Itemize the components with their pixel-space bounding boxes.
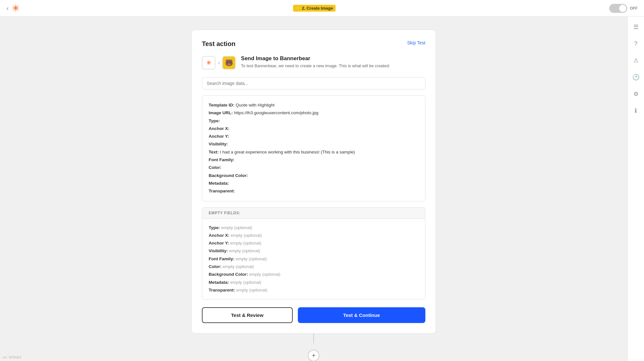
data-field-row: Font Family: bbox=[209, 156, 419, 164]
data-field-row: Anchor X: bbox=[209, 125, 419, 133]
empty-fields-section: EMPTY FIELDS: Type: empty (optional)Anch… bbox=[202, 207, 425, 300]
add-step-button[interactable]: + bbox=[308, 350, 319, 361]
settings-icon[interactable]: ⚙ bbox=[631, 89, 641, 99]
back-button[interactable]: ‹ bbox=[6, 5, 9, 12]
action-header: ✳ › 🐻 Send Image to Bannerbear To test B… bbox=[202, 55, 425, 69]
toggle-switch[interactable] bbox=[609, 4, 627, 13]
version-label: ver. faf36db3 bbox=[3, 356, 21, 359]
info-icon[interactable]: ℹ bbox=[631, 106, 641, 116]
data-field-row: Text: I had a great experience working w… bbox=[209, 148, 419, 156]
data-field-row: Anchor Y: bbox=[209, 133, 419, 140]
step-badge-icon: ⚡ bbox=[296, 6, 301, 11]
header-left: ‹ ✳ bbox=[6, 3, 19, 14]
empty-field-row: Anchor X: empty (optional) bbox=[209, 232, 419, 239]
test-continue-button[interactable]: Test & Continue bbox=[298, 307, 425, 323]
menu-icon[interactable]: ☰ bbox=[631, 22, 641, 32]
empty-section-header: EMPTY FIELDS: bbox=[202, 208, 425, 219]
data-field-row: Image URL: https://lh3.googleusercontent… bbox=[209, 109, 419, 117]
right-sidebar: ☰ ? ⚠ 🕐 ⚙ ℹ bbox=[627, 17, 644, 361]
action-heading: Send Image to Bannerbear bbox=[241, 55, 390, 62]
empty-field-row: Font Family: empty (optional) bbox=[209, 255, 419, 263]
arrow-separator: › bbox=[218, 60, 220, 66]
empty-field-row: Background Color: empty (optional) bbox=[209, 271, 419, 278]
toggle-container: OFF bbox=[609, 4, 638, 13]
header: ‹ ✳ ⚡ 2. Create Image OFF bbox=[0, 0, 644, 17]
card-title: Test action bbox=[202, 40, 425, 48]
data-field-row: Template ID: Quote with Highlight bbox=[209, 101, 419, 109]
test-action-card: Test action Skip Test ✳ › 🐻 Send Image t… bbox=[191, 30, 436, 334]
data-field-row: Type: bbox=[209, 117, 419, 125]
header-center: ⚡ 2. Create Image bbox=[293, 5, 336, 12]
empty-field-row: Visibility: empty (optional) bbox=[209, 247, 419, 255]
data-field-row: Metadata: bbox=[209, 180, 419, 187]
connector-line bbox=[313, 334, 314, 343]
data-field-row: Color: bbox=[209, 164, 419, 171]
history-icon[interactable]: 🕐 bbox=[631, 72, 641, 82]
step-badge-label: 2. Create Image bbox=[302, 6, 333, 11]
data-fields-section: Template ID: Quote with HighlightImage U… bbox=[202, 95, 425, 201]
empty-field-row: Metadata: empty (optional) bbox=[209, 279, 419, 286]
source-icon: ✳ bbox=[206, 59, 212, 67]
button-row: Test & Review Test & Continue bbox=[202, 307, 425, 323]
search-input[interactable] bbox=[202, 77, 425, 89]
data-field-row: Transparent: bbox=[209, 187, 419, 195]
warning-icon[interactable]: ⚠ bbox=[631, 55, 641, 66]
test-review-button[interactable]: Test & Review bbox=[202, 307, 293, 323]
action-description: To test Bannerbear, we need to create a … bbox=[241, 63, 390, 69]
toggle-label: OFF bbox=[630, 6, 638, 11]
empty-field-row: Type: empty (optional) bbox=[209, 224, 419, 232]
data-fields-container: Template ID: Quote with HighlightImage U… bbox=[209, 101, 419, 195]
empty-field-row: Color: empty (optional) bbox=[209, 263, 419, 271]
action-text: Send Image to Bannerbear To test Bannerb… bbox=[241, 55, 390, 69]
source-icon-box: ✳ bbox=[202, 56, 215, 69]
main-content: Test action Skip Test ✳ › 🐻 Send Image t… bbox=[0, 17, 627, 361]
step-badge: ⚡ 2. Create Image bbox=[293, 5, 336, 12]
empty-section-body: Type: empty (optional)Anchor X: empty (o… bbox=[202, 219, 425, 300]
empty-field-row: Transparent: empty (optional) bbox=[209, 286, 419, 294]
help-icon[interactable]: ? bbox=[631, 39, 641, 49]
toggle-knob bbox=[619, 5, 626, 12]
skip-test-link[interactable]: Skip Test bbox=[407, 40, 425, 45]
data-field-row: Background Color: bbox=[209, 172, 419, 180]
action-icons: ✳ › 🐻 bbox=[202, 56, 236, 69]
empty-field-row: Anchor Y: empty (optional) bbox=[209, 239, 419, 247]
dest-icon: 🐻 bbox=[225, 59, 233, 67]
zapier-logo: ✳ bbox=[12, 3, 19, 14]
dest-icon-box: 🐻 bbox=[222, 56, 236, 69]
empty-fields-container: Type: empty (optional)Anchor X: empty (o… bbox=[209, 224, 419, 294]
data-field-row: Visibility: bbox=[209, 140, 419, 148]
